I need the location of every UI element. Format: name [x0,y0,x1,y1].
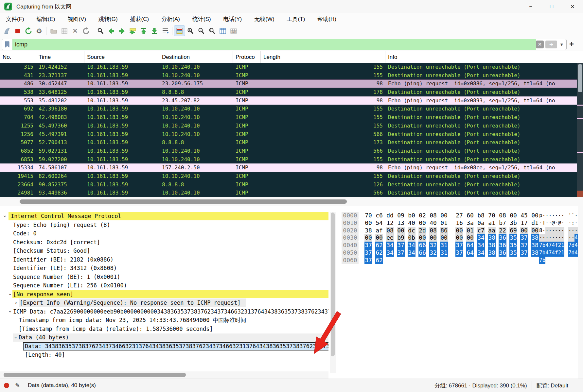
save-file-icon[interactable] [59,26,70,36]
find-packet-icon[interactable] [95,26,106,36]
go-back-icon[interactable] [106,26,116,36]
detail-row[interactable]: [Checksum Status: Good] [0,247,328,255]
packet-row[interactable]: 43123.37113710.161.183.5910.10.240.10ICM… [0,71,577,80]
packet-row[interactable]: 685259.02713110.161.183.5910.10.240.10IC… [0,147,577,155]
maximize-button[interactable]: □ [541,0,562,13]
colorize-packets-icon[interactable] [174,26,185,36]
hex-row[interactable]: 000070c6dd09b00208002760b87008004500p···… [338,212,578,219]
detail-row[interactable]: [Length: 40] [0,350,328,359]
filter-bookmark-icon[interactable] [2,39,12,50]
detail-horizontal-scrollbar[interactable] [0,371,328,379]
columns-preset-icon[interactable]: 123 [228,26,239,36]
capture-comment-icon[interactable]: ✎ [15,382,20,389]
detail-row[interactable]: Type: Echo (ping) request (8) [0,221,328,230]
packet-row[interactable]: 69242.39618010.161.183.5910.10.240.10ICM… [0,105,577,113]
close-file-icon[interactable]: ✕ [70,26,80,36]
detail-row[interactable]: Sequence Number (BE): 1 (0x0001) [0,273,328,281]
detail-row[interactable]: Code: 0 [0,229,328,238]
menu-item[interactable]: 编辑(E) [35,15,57,24]
menu-item[interactable]: 无线(W) [253,15,275,24]
open-file-icon[interactable] [48,26,59,36]
packet-row[interactable]: 507752.70041310.161.183.598.8.8.8ICMP173… [0,138,577,147]
hex-vertical-scrollbar[interactable] [578,206,583,379]
minimize-button[interactable]: − [520,0,541,13]
detail-row[interactable]: ›[No response seen] [0,290,328,299]
expand-chevron-icon[interactable]: › [1,214,9,218]
column-header-source[interactable]: Source [84,51,159,63]
packet-list-horizontal-scrollbar[interactable] [0,197,583,206]
menu-item[interactable]: 视图(V) [66,15,87,24]
zoom-reset-icon[interactable] [206,26,217,36]
zoom-out-icon[interactable] [196,26,206,36]
hex-row[interactable]: 0050376234373466323137643438363537387b47… [338,249,578,257]
detail-vertical-scrollbar[interactable] [330,212,336,373]
filter-dropdown-caret-icon[interactable]: ▼ [559,42,564,47]
go-forward-icon[interactable] [116,26,127,36]
packet-row[interactable]: 31519.42415210.161.183.5910.10.240.10ICM… [0,63,577,71]
detail-row[interactable]: [Timestamp from icmp data (relative): 1.… [0,325,328,333]
detail-row[interactable]: Identifier (LE): 34312 (0x8608) [0,264,328,273]
hex-row[interactable]: 0040376234373466323137643438363537387b47… [338,242,578,249]
filter-add-button[interactable]: + [569,40,574,48]
menu-item[interactable]: 统计(S) [191,15,212,24]
detail-row[interactable]: Timestamp from icmp data: Nov 23, 2025 1… [0,316,328,325]
scrollbar-thumb[interactable] [331,213,335,356]
detail-row[interactable]: Identifier (BE): 2182 (0x0886) [0,255,328,264]
hex-row[interactable]: 002038af0800dc2d08860001c7aa226900008···… [338,227,578,234]
scrollbar-thumb[interactable] [20,199,347,204]
hex-row[interactable]: 00100054121340004001163a0aa1b73b17d1·T··… [338,219,578,227]
expand-chevron-icon[interactable]: › [14,298,18,307]
menu-item[interactable]: 捕获(C) [129,15,150,24]
filter-clear-icon[interactable]: ✕ [536,41,544,48]
capture-options-icon[interactable]: ⚙ [34,26,44,36]
detail-row[interactable]: ›Data (40 bytes) [0,333,328,342]
reload-file-icon[interactable] [80,26,91,36]
packet-row[interactable]: 125645.49739110.161.183.5910.10.240.10IC… [0,130,577,139]
zoom-in-icon[interactable] [185,26,196,36]
packet-row[interactable]: 2366490.85237510.161.183.598.8.8.8ICMP12… [0,180,577,189]
detail-row[interactable]: Sequence Number (LE): 256 (0x0100) [0,281,328,290]
column-header-length[interactable]: Length [261,51,385,63]
column-header-no[interactable]: No. [0,51,36,63]
column-header-info[interactable]: Info [385,51,583,63]
packet-row[interactable]: 1533474.58610710.161.183.59157.240.2.50I… [0,163,577,172]
packet-list-vertical-scrollbar[interactable] [577,63,583,197]
packet-row[interactable]: 1941582.60026410.161.183.5910.10.240.10I… [0,172,577,180]
packet-row[interactable]: 48630.45244710.161.183.5923.209.56.175IC… [0,79,577,88]
packet-row[interactable]: 2498193.44983610.161.183.5910.10.240.10I… [0,189,577,197]
auto-scroll-icon[interactable] [160,26,170,36]
detail-row[interactable]: Checksum: 0xdc2d [correct] [0,238,328,247]
detail-row[interactable]: ›Internet Control Message Protocol [0,212,328,221]
menu-item[interactable]: 跳转(G) [97,15,119,24]
hex-row[interactable]: 006037627b [338,257,578,264]
packet-row[interactable]: 55335.48120210.161.183.5923.45.207.82ICM… [0,96,577,105]
column-header-protocol[interactable]: Protoco [233,51,261,63]
column-header-time[interactable]: Time [36,51,84,63]
scrollbar-thumb[interactable] [578,64,582,92]
go-to-top-icon[interactable] [138,26,149,36]
go-to-bottom-icon[interactable] [149,26,160,36]
expert-info-icon[interactable] [4,383,9,388]
go-to-packet-icon[interactable] [127,26,138,36]
detail-row[interactable]: Data: 3438363537383762343734663231376434… [0,342,328,351]
menu-item[interactable]: 分析(A) [160,15,181,24]
stop-capture-icon[interactable] [12,26,23,36]
hex-row[interactable]: 00300000eeb90b0000000000343836353738····… [338,234,578,242]
close-button[interactable]: ✕ [562,0,583,13]
profile-status[interactable]: 配置: Default [537,382,568,389]
detail-row[interactable]: ›[Expert Info (Warning/Sequence): No res… [0,298,328,307]
menu-item[interactable]: 电话(Y) [222,15,243,24]
packet-row[interactable]: 685359.02720010.161.183.5910.10.240.10IC… [0,155,577,164]
packet-row[interactable]: 70442.49808310.161.183.5910.10.240.10ICM… [0,113,577,122]
scrollbar-thumb[interactable] [4,373,186,377]
filter-apply-icon[interactable]: ➜ [545,41,557,48]
menu-item[interactable]: 工具(T) [286,15,307,24]
packet-row[interactable]: 53833.64812510.161.183.598.8.8.8ICMP178D… [0,88,577,96]
menu-item[interactable]: 文件(F) [5,15,26,24]
column-header-destination[interactable]: Destination [159,51,233,63]
start-capture-icon[interactable] [1,26,12,36]
restart-capture-icon[interactable] [23,26,34,36]
packet-row[interactable]: 125545.49736010.161.183.5910.10.240.10IC… [0,122,577,130]
display-filter-input[interactable]: icmp [12,39,536,50]
resize-columns-icon[interactable] [217,26,228,36]
